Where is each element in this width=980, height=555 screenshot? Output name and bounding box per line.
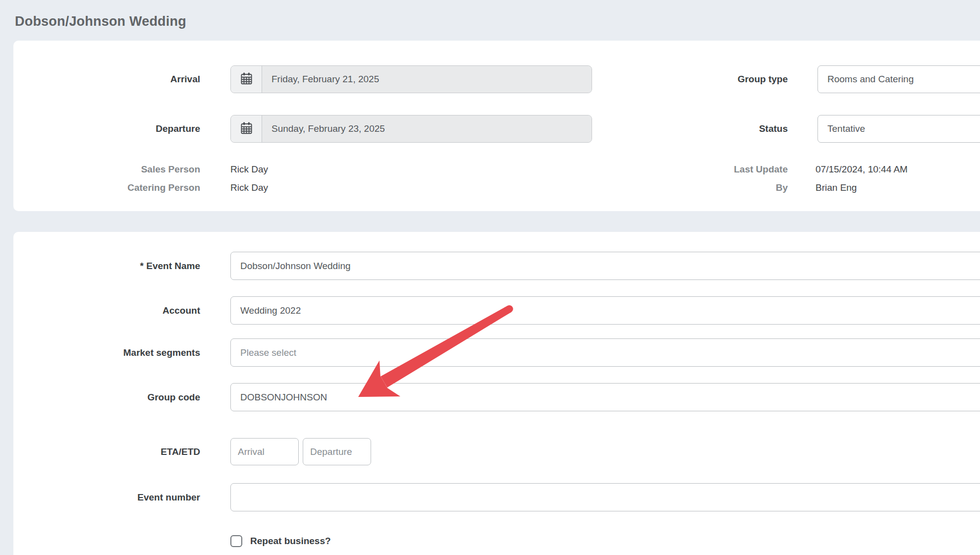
last-update-by-label: By [601,181,788,195]
last-update-value: 07/15/2024, 10:44 AM [816,163,908,176]
sales-person-value: Rick Day [230,163,268,176]
arrival-label: Arrival [13,65,200,93]
etd-departure-input[interactable] [303,438,371,465]
group-code-label: Group code [13,383,200,411]
event-name-input[interactable] [230,252,980,280]
catering-person-value: Rick Day [230,181,268,195]
repeat-business-label: Repeat business? [250,533,448,549]
arrival-calendar-button[interactable] [231,66,262,93]
event-number-label: Event number [13,483,200,511]
details-card: * Event Name Account Market segments Gro… [13,232,980,555]
departure-date-value[interactable]: Sunday, February 23, 2025 [262,115,592,142]
eta-arrival-input[interactable] [230,438,299,465]
event-name-label: * Event Name [13,252,200,280]
last-update-label: Last Update [601,163,788,176]
last-update-by-value: Brian Eng [816,181,857,195]
summary-card: Arrival Friday, February 21, [13,41,980,211]
event-number-input[interactable] [230,483,980,511]
group-code-input[interactable] [230,383,980,411]
group-type-label: Group type [601,65,788,93]
departure-calendar-button[interactable] [231,115,262,142]
market-segments-select[interactable] [230,338,980,367]
arrival-date-field: Friday, February 21, 2025 [230,65,592,93]
page-title: Dobson/Johnson Wedding [15,14,186,29]
eta-etd-label: ETA/ETD [13,438,200,465]
departure-label: Departure [13,115,200,143]
departure-date-field: Sunday, February 23, 2025 [230,115,592,143]
status-select[interactable] [817,115,980,143]
group-type-select[interactable] [817,65,980,93]
status-label: Status [601,115,788,143]
account-input[interactable] [230,296,980,325]
arrival-date-value[interactable]: Friday, February 21, 2025 [262,66,592,93]
market-segments-label: Market segments [13,338,200,367]
account-label: Account [13,296,200,325]
catering-person-label: Catering Person [13,181,200,195]
repeat-business-checkbox[interactable] [230,535,242,547]
calendar-icon [240,121,253,137]
sales-person-label: Sales Person [13,163,200,176]
calendar-icon [240,72,253,87]
